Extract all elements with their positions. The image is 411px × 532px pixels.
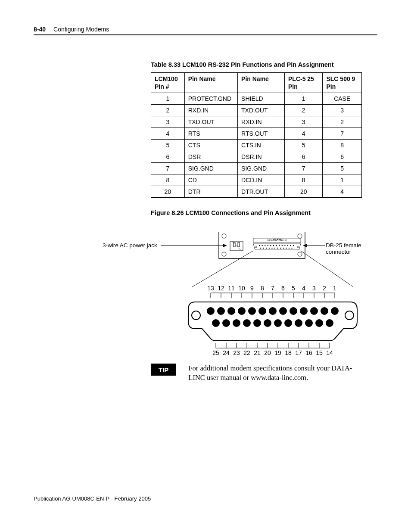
- svg-point-22: [287, 245, 288, 246]
- table-cell: 4: [323, 186, 362, 198]
- table-cell: 6: [285, 151, 323, 163]
- tip-text: For additional modem specifications cons…: [188, 364, 361, 383]
- svg-point-34: [286, 248, 286, 249]
- figure-caption: Figure 8.26 LCM100 Connections and Pin A…: [151, 209, 377, 216]
- svg-text:10: 10: [238, 285, 245, 292]
- table-row: 5CTSCTS.IN58: [151, 140, 362, 151]
- page-number: 8-40: [34, 26, 46, 33]
- table-cell: RTS: [184, 128, 237, 140]
- table-cell: RXD.IN: [238, 116, 285, 128]
- table-cell: DSR: [184, 151, 237, 163]
- svg-text:22: 22: [243, 349, 250, 356]
- table-cell: 20: [151, 186, 185, 198]
- table-row: 8CDDCD.IN81: [151, 174, 362, 186]
- svg-point-86: [222, 319, 230, 327]
- table-row: 2RXD.INTXD.OUT23: [151, 105, 362, 116]
- table-cell: 5: [285, 140, 323, 151]
- svg-text:11: 11: [228, 285, 235, 292]
- callout-power-jack: 3-wire AC power jack: [103, 242, 157, 249]
- svg-text:5: 5: [292, 285, 295, 292]
- svg-point-80: [290, 307, 297, 315]
- header-rule: [34, 34, 377, 35]
- svg-point-20: [282, 245, 283, 246]
- svg-text:15: 15: [316, 349, 323, 356]
- svg-point-27: [266, 248, 267, 249]
- section-title: Configuring Modems: [53, 26, 109, 33]
- svg-point-33: [283, 248, 284, 249]
- svg-text:17: 17: [295, 349, 302, 356]
- table-cell: 8: [285, 174, 323, 186]
- svg-text:19: 19: [274, 349, 281, 356]
- svg-point-77: [258, 307, 266, 315]
- svg-point-92: [284, 319, 292, 327]
- col-pinname2: Pin Name: [238, 73, 285, 93]
- svg-point-3: [222, 252, 226, 256]
- table-cell: 7: [285, 163, 323, 174]
- table-row: 6DSRDSR.IN66: [151, 151, 362, 163]
- svg-text:7: 7: [271, 285, 274, 292]
- svg-point-2: [298, 234, 302, 238]
- figure-diagram: 3-wire AC power jack DB-25 female connec…: [103, 232, 377, 357]
- svg-point-74: [227, 307, 235, 315]
- svg-text:23: 23: [233, 349, 240, 356]
- svg-point-13: [262, 245, 262, 246]
- tip-badge: TIP: [151, 364, 176, 376]
- svg-text:16: 16: [305, 349, 312, 356]
- svg-point-25: [260, 248, 261, 249]
- svg-point-78: [269, 307, 277, 315]
- svg-point-15: [268, 245, 268, 246]
- svg-text:25: 25: [212, 349, 219, 356]
- table-caption: Table 8.33 LCM100 RS-232 Pin Functions a…: [151, 61, 377, 68]
- svg-point-26: [263, 248, 264, 249]
- col-pinname1: Pin Name: [184, 73, 237, 93]
- svg-point-81: [300, 307, 308, 315]
- table-cell: 2: [285, 105, 323, 116]
- svg-marker-38: [223, 244, 227, 247]
- table-cell: 8: [151, 174, 185, 186]
- table-cell: DTR.OUT: [238, 186, 285, 198]
- table-cell: 5: [323, 163, 362, 174]
- table-cell: RXD.IN: [184, 105, 237, 116]
- svg-text:18: 18: [285, 349, 292, 356]
- svg-text:21: 21: [254, 349, 261, 356]
- svg-point-10: [255, 246, 257, 248]
- svg-point-73: [217, 307, 225, 315]
- svg-point-35: [289, 248, 290, 249]
- svg-text:4: 4: [302, 285, 305, 292]
- svg-point-72: [207, 307, 215, 315]
- svg-point-14: [265, 245, 265, 246]
- table-cell: CTS: [184, 140, 237, 151]
- table-cell: 5: [151, 140, 185, 151]
- svg-point-70: [192, 311, 200, 320]
- svg-point-88: [243, 319, 251, 327]
- table-cell: DCD.IN: [238, 174, 285, 186]
- table-row: 4RTSRTS.OUT47: [151, 128, 362, 140]
- svg-point-94: [305, 319, 313, 327]
- table-cell: 1: [323, 174, 362, 186]
- col-plc5: PLC-5 25 Pin: [285, 73, 323, 93]
- svg-point-30: [274, 248, 275, 249]
- table-cell: TXD.OUT: [184, 116, 237, 128]
- table-cell: SHIELD: [238, 93, 285, 105]
- svg-text:1: 1: [333, 285, 336, 292]
- device-label-2: XX XXX: [272, 238, 282, 241]
- table-cell: 7: [151, 163, 185, 174]
- svg-text:3: 3: [312, 285, 316, 292]
- svg-point-90: [264, 319, 271, 327]
- svg-point-24: [293, 245, 294, 246]
- svg-text:24: 24: [223, 349, 230, 356]
- table-cell: SIG.GND: [238, 163, 285, 174]
- callout-db25: DB-25 female connector: [326, 242, 377, 255]
- table-cell: DSR.IN: [238, 151, 285, 163]
- svg-point-82: [310, 307, 318, 315]
- svg-point-87: [233, 319, 240, 327]
- svg-point-1: [222, 234, 226, 238]
- svg-text:14: 14: [326, 349, 333, 356]
- table-cell: CASE: [323, 93, 362, 105]
- svg-rect-8: [238, 243, 240, 247]
- table-cell: 3: [151, 116, 185, 128]
- col-lcm100: LCM100 Pin #: [151, 73, 185, 93]
- table-cell: TXD.OUT: [238, 105, 285, 116]
- svg-point-91: [274, 319, 282, 327]
- table-cell: 1: [285, 93, 323, 105]
